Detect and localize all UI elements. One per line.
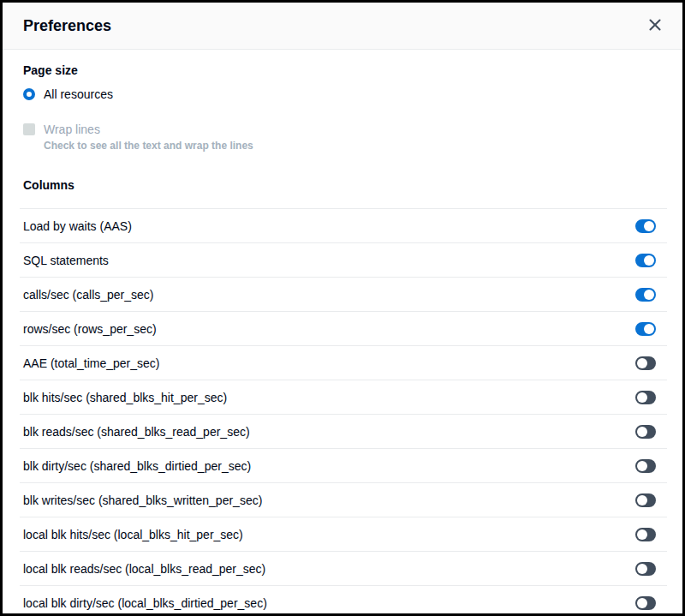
- column-toggle-off[interactable]: [635, 425, 656, 439]
- column-row-label: blk dirty/sec (shared_blks_dirtied_per_s…: [23, 459, 251, 473]
- modal-body: Page size All resources Wrap lines Check…: [3, 62, 682, 616]
- column-toggle-off[interactable]: [635, 356, 656, 370]
- column-toggle-off[interactable]: [635, 459, 656, 473]
- modal-title: Preferences: [23, 17, 646, 35]
- column-row-label: rows/sec (rows_per_sec): [23, 322, 157, 336]
- wrap-lines-field: Wrap lines Check to see all the text and…: [23, 122, 662, 153]
- column-row-label: AAE (total_time_per_sec): [23, 356, 160, 370]
- column-row: calls/sec (calls_per_sec): [20, 277, 667, 311]
- toggle-knob-icon: [637, 461, 647, 471]
- column-row-label: SQL statements: [23, 254, 109, 267]
- wrap-lines-label: Wrap lines: [44, 122, 100, 137]
- column-row: local blk reads/sec (local_blks_read_per…: [20, 551, 667, 585]
- column-row: blk hits/sec (shared_blks_hit_per_sec): [20, 380, 667, 414]
- column-row: blk writes/sec (shared_blks_written_per_…: [20, 482, 667, 517]
- column-toggle-on[interactable]: [635, 219, 656, 233]
- column-toggle-on[interactable]: [635, 322, 656, 336]
- column-row-label: blk hits/sec (shared_blks_hit_per_sec): [23, 391, 227, 404]
- column-toggle-off[interactable]: [635, 493, 656, 507]
- column-toggle-off[interactable]: [635, 562, 656, 576]
- column-row-label: local blk reads/sec (local_blks_read_per…: [23, 562, 265, 576]
- toggle-knob-icon: [637, 358, 647, 368]
- radio-selected-icon: [23, 88, 35, 100]
- toggle-knob-icon: [637, 598, 647, 608]
- column-row-label: calls/sec (calls_per_sec): [23, 288, 154, 302]
- column-toggle-off[interactable]: [635, 528, 656, 541]
- column-toggle-on[interactable]: [635, 254, 656, 267]
- wrap-lines-description: Check to see all the text and wrap the l…: [44, 139, 662, 153]
- page-size-option-all-resources[interactable]: All resources: [23, 86, 662, 103]
- column-toggle-off[interactable]: [635, 391, 656, 404]
- columns-label: Columns: [23, 176, 662, 194]
- page-size-label: Page size: [23, 62, 662, 79]
- close-icon: [648, 18, 662, 34]
- radio-option-label: All resources: [44, 86, 113, 103]
- column-row: blk dirty/sec (shared_blks_dirtied_per_s…: [20, 448, 667, 482]
- preferences-modal: Preferences Page size All resources Wrap…: [0, 0, 685, 616]
- column-row: local blk hits/sec (local_blks_hit_per_s…: [20, 517, 667, 551]
- column-row-label: blk writes/sec (shared_blks_written_per_…: [23, 493, 262, 507]
- column-row: SQL statements: [20, 242, 667, 277]
- columns-list: Load by waits (AAS) SQL statements calls…: [20, 208, 667, 616]
- column-row-label: Load by waits (AAS): [23, 219, 132, 233]
- toggle-knob-icon: [644, 221, 654, 231]
- column-row: rows/sec (rows_per_sec): [20, 311, 667, 345]
- toggle-knob-icon: [644, 290, 654, 300]
- toggle-knob-icon: [644, 324, 654, 334]
- toggle-knob-icon: [644, 255, 654, 266]
- column-toggle-off[interactable]: [635, 596, 656, 610]
- toggle-knob-icon: [637, 564, 647, 574]
- toggle-knob-icon: [637, 392, 647, 403]
- column-row: AAE (total_time_per_sec): [20, 345, 667, 380]
- column-row: blk reads/sec (shared_blks_read_per_sec): [20, 414, 667, 448]
- column-toggle-on[interactable]: [635, 288, 656, 302]
- column-row-label: blk reads/sec (shared_blks_read_per_sec): [23, 425, 250, 439]
- toggle-knob-icon: [637, 529, 647, 540]
- checkbox-icon: [23, 123, 35, 135]
- column-row: Load by waits (AAS): [20, 208, 667, 242]
- column-row-label: local blk dirty/sec (local_blks_dirtied_…: [23, 596, 267, 610]
- close-button[interactable]: [646, 16, 664, 36]
- toggle-knob-icon: [637, 495, 647, 505]
- wrap-lines-checkbox[interactable]: Wrap lines: [23, 122, 662, 137]
- column-row-label: local blk hits/sec (local_blks_hit_per_s…: [23, 528, 243, 541]
- modal-header: Preferences: [3, 3, 682, 50]
- column-row: local blk dirty/sec (local_blks_dirtied_…: [20, 585, 667, 616]
- toggle-knob-icon: [637, 427, 647, 437]
